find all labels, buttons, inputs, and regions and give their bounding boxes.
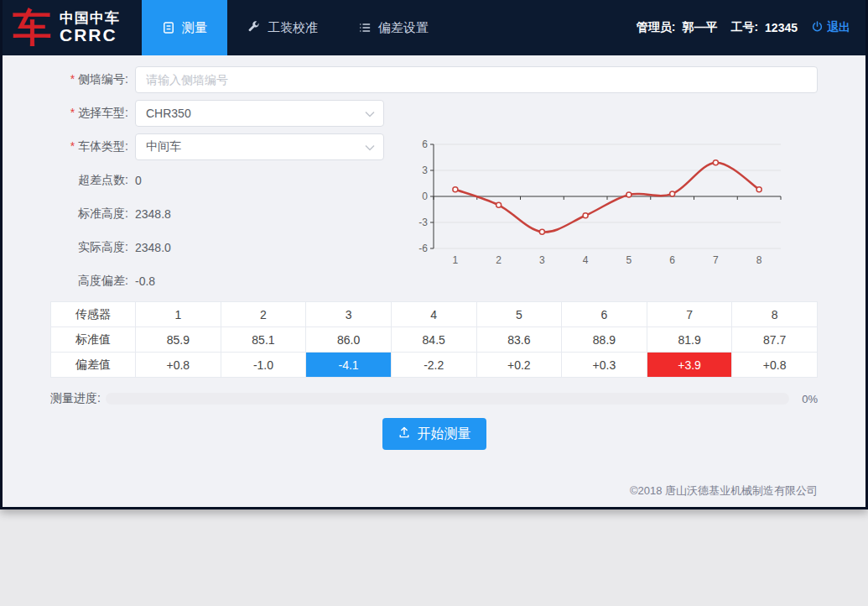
chart-canvas: -6-303612345678 bbox=[408, 134, 789, 272]
main-tabs: 测量 工装校准 bbox=[142, 0, 449, 55]
progress-bar bbox=[106, 393, 789, 405]
tab-measure[interactable]: 测量 bbox=[142, 0, 227, 55]
select-value: 中间车 bbox=[146, 139, 181, 154]
progress-label: 测量进度: bbox=[50, 391, 101, 406]
progress-value: 0% bbox=[796, 393, 818, 405]
header-cell: 8 bbox=[732, 302, 818, 327]
row-header: 传感器 bbox=[51, 302, 136, 327]
sensor-table: 传感器 1 2 3 4 5 6 7 8 标准值 85.9 85.1 86.0 8… bbox=[50, 301, 818, 378]
table-cell: 83.6 bbox=[476, 327, 562, 353]
form-field-sidewall-id: 侧墙编号: bbox=[50, 66, 818, 93]
stat-label: 标准高度: bbox=[50, 206, 128, 222]
svg-text:6: 6 bbox=[422, 138, 428, 150]
svg-text:2: 2 bbox=[496, 254, 502, 266]
brand-name-en: CRRC bbox=[60, 26, 120, 44]
tab-label: 测量 bbox=[182, 20, 207, 36]
employee-id: 12345 bbox=[765, 21, 798, 34]
table-cell: 88.9 bbox=[562, 327, 647, 353]
brand-name-cn: 中国中车 bbox=[60, 11, 120, 26]
row-header: 标准值 bbox=[51, 327, 136, 353]
svg-text:-6: -6 bbox=[418, 243, 428, 254]
svg-text:3: 3 bbox=[422, 165, 428, 176]
svg-text:7: 7 bbox=[713, 254, 719, 266]
form-field-train-model: 选择车型: CHR350 bbox=[50, 100, 818, 127]
svg-text:-3: -3 bbox=[418, 217, 428, 228]
brand-logo: 车 中国中车 CRRC bbox=[3, 0, 142, 55]
measure-progress: 测量进度: 0% bbox=[50, 391, 818, 406]
field-label: 选择车型: bbox=[50, 106, 128, 121]
table-cell: -2.2 bbox=[391, 353, 476, 378]
header-cell: 4 bbox=[391, 302, 476, 327]
field-label: 车体类型: bbox=[50, 139, 128, 154]
logout-button[interactable]: 退出 bbox=[811, 20, 850, 35]
tab-label: 偏差设置 bbox=[378, 20, 429, 36]
svg-text:8: 8 bbox=[756, 254, 762, 266]
document-icon bbox=[162, 21, 175, 34]
tab-deviation-settings[interactable]: 偏差设置 bbox=[338, 0, 449, 55]
crrc-emblem-icon: 车 bbox=[13, 8, 51, 47]
header-cell: 3 bbox=[306, 302, 392, 327]
sidewall-id-input[interactable] bbox=[135, 66, 818, 93]
header-cell: 1 bbox=[136, 302, 221, 327]
top-navbar: 车 中国中车 CRRC 测量 bbox=[3, 0, 865, 55]
table-cell: +0.8 bbox=[136, 353, 221, 378]
user-info: 管理员: 郭—平 工号: 12345 退出 bbox=[637, 0, 865, 55]
table-cell: -4.1 bbox=[306, 353, 392, 378]
admin-label: 管理员: bbox=[637, 20, 676, 35]
svg-text:5: 5 bbox=[626, 254, 632, 266]
svg-text:4: 4 bbox=[583, 254, 589, 266]
stat-value: -0.8 bbox=[135, 274, 155, 288]
header-cell: 5 bbox=[476, 302, 562, 327]
select-value: CHR350 bbox=[146, 107, 191, 120]
table-cell: +3.9 bbox=[647, 353, 732, 378]
admin-name: 郭—平 bbox=[682, 20, 717, 35]
table-cell: 85.1 bbox=[221, 327, 306, 353]
upload-icon bbox=[398, 426, 411, 442]
deviation-chart: -6-303612345678 bbox=[408, 134, 789, 272]
logout-label: 退出 bbox=[827, 20, 850, 35]
footer-copyright: ©2018 唐山沃德基业机械制造有限公司 bbox=[50, 483, 818, 499]
svg-text:0: 0 bbox=[422, 191, 428, 202]
table-row-standard: 标准值 85.9 85.1 86.0 84.5 83.6 88.9 81.9 8… bbox=[51, 327, 818, 353]
svg-text:3: 3 bbox=[539, 254, 545, 266]
employee-id-label: 工号: bbox=[730, 20, 758, 35]
stat-value: 2348.8 bbox=[135, 207, 171, 221]
table-row-deviation: 偏差值 +0.8 -1.0 -4.1 -2.2 +0.2 +0.3 +3.9 +… bbox=[51, 353, 818, 378]
app-window: 车 中国中车 CRRC 测量 bbox=[0, 0, 868, 509]
stat-value: 2348.0 bbox=[135, 241, 171, 254]
table-cell: 81.9 bbox=[647, 327, 732, 353]
field-label: 侧墙编号: bbox=[50, 72, 128, 87]
wrench-icon bbox=[247, 21, 261, 34]
chevron-down-icon bbox=[365, 140, 375, 154]
button-label: 开始测量 bbox=[418, 426, 471, 443]
table-row-sensors: 传感器 1 2 3 4 5 6 7 8 bbox=[51, 302, 818, 327]
main-content: 侧墙编号: 选择车型: CHR350 车体类型: 中间车 bbox=[3, 55, 865, 509]
table-cell: 85.9 bbox=[136, 327, 221, 353]
table-cell: 84.5 bbox=[391, 327, 476, 353]
stat-label: 超差点数: bbox=[50, 173, 128, 188]
table-cell: 87.7 bbox=[732, 327, 818, 353]
train-model-select[interactable]: CHR350 bbox=[135, 100, 384, 127]
table-cell: +0.8 bbox=[732, 353, 818, 378]
row-header: 偏差值 bbox=[51, 353, 136, 378]
start-measure-button[interactable]: 开始测量 bbox=[382, 418, 486, 450]
table-cell: 86.0 bbox=[306, 327, 392, 353]
header-cell: 6 bbox=[562, 302, 647, 327]
tab-tooling-calibration[interactable]: 工装校准 bbox=[227, 0, 338, 55]
tab-label: 工装校准 bbox=[268, 20, 318, 36]
stat-label: 实际高度: bbox=[50, 240, 128, 255]
carbody-type-select[interactable]: 中间车 bbox=[135, 133, 384, 160]
list-icon bbox=[358, 21, 372, 34]
chevron-down-icon bbox=[365, 107, 375, 120]
stat-value: 0 bbox=[135, 174, 142, 187]
svg-text:6: 6 bbox=[669, 254, 675, 266]
svg-text:1: 1 bbox=[453, 254, 459, 266]
header-cell: 2 bbox=[221, 302, 306, 327]
table-cell: -1.0 bbox=[221, 353, 306, 378]
table-cell: +0.2 bbox=[476, 353, 562, 378]
stat-label: 高度偏差: bbox=[50, 274, 128, 289]
header-cell: 7 bbox=[647, 302, 732, 327]
table-cell: +0.3 bbox=[562, 353, 647, 378]
power-icon bbox=[811, 20, 824, 35]
